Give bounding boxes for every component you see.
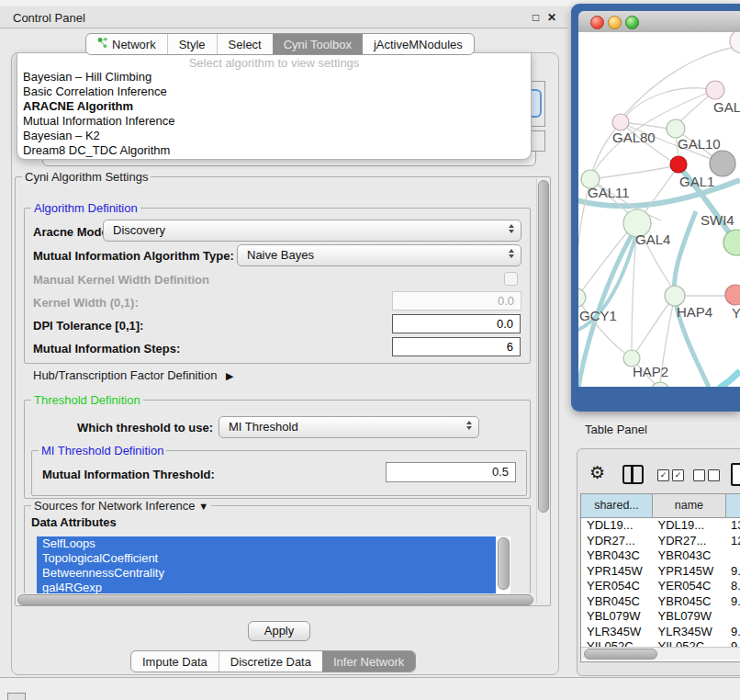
- document-icon[interactable]: [731, 463, 740, 486]
- sources-group-title[interactable]: Sources for Network Inference ▼: [31, 499, 211, 513]
- table-column-header[interactable]: shared...: [581, 494, 653, 517]
- network-node[interactable]: [612, 114, 629, 130]
- table-cell: YBL079W: [581, 609, 653, 625]
- checked-box-icon: ✓: [657, 469, 669, 481]
- columns-icon[interactable]: [622, 465, 644, 484]
- table-row[interactable]: YER054CYER054C8.: [581, 579, 740, 594]
- tab-cyni-toolbox[interactable]: Cyni Toolbox: [273, 34, 363, 54]
- tab-label: Discretize Data: [230, 655, 311, 669]
- table-panel-title: Table Panel: [585, 423, 647, 436]
- unchecked-box-icon: [708, 469, 720, 481]
- table-cell: YDL19...: [581, 518, 653, 534]
- settings-vertical-scrollbar-thumb[interactable]: [538, 180, 549, 513]
- table-row[interactable]: YLR345WYLR345W9.: [581, 625, 740, 640]
- tab-label: Impute Data: [142, 655, 207, 669]
- unchecked-pair-icon[interactable]: [693, 469, 720, 481]
- combo-arrows-icon: [466, 421, 472, 430]
- network-node[interactable]: [730, 32, 740, 53]
- tab-jactivemnodules[interactable]: jActiveMNodules: [363, 34, 474, 54]
- data-attribute-item[interactable]: TopologicalCoefficient: [37, 551, 496, 566]
- table-cell: YBR043C: [581, 548, 653, 564]
- node-label: HAP4: [677, 304, 712, 320]
- table-row[interactable]: YBR045CYBR045C9.: [581, 594, 740, 610]
- control-panel-tabbar: NetworkStyleSelectCyni ToolboxjActiveMNo…: [85, 33, 475, 55]
- tab-label: Network: [112, 38, 156, 51]
- algorithm-popup-item[interactable]: Mutual Information Inference: [17, 114, 531, 129]
- network-node[interactable]: [667, 119, 685, 138]
- manual-kernel-width-label: Manual Kernel Width Definition: [33, 273, 209, 287]
- attributes-list-scrollbar[interactable]: [498, 537, 510, 590]
- network-node[interactable]: [665, 286, 685, 306]
- algorithm-popup: Select algorithm to view settings Bayesi…: [17, 52, 532, 160]
- network-node[interactable]: [723, 230, 740, 255]
- mi-threshold-field[interactable]: 0.5: [386, 462, 516, 482]
- data-attribute-item[interactable]: BetweennessCentrality: [37, 566, 496, 581]
- minimized-panel-icon[interactable]: [7, 693, 26, 700]
- data-attribute-item[interactable]: SelfLoops: [37, 536, 496, 551]
- hub-definition-expander[interactable]: Hub/Transcription Factor Definition ▶: [33, 368, 233, 382]
- network-icon: [97, 37, 108, 51]
- hidden-panel-fragment-2: [530, 130, 545, 152]
- apply-button[interactable]: Apply: [248, 621, 310, 641]
- algorithm-popup-item[interactable]: Dream8 DC_TDC Algorithm: [17, 143, 531, 158]
- which-threshold-combo[interactable]: MI Threshold: [219, 416, 479, 438]
- network-node[interactable]: [706, 81, 724, 99]
- tab-discretize-data[interactable]: Discretize Data: [219, 651, 322, 672]
- kernel-width-field[interactable]: 0.0: [392, 291, 521, 310]
- network-node[interactable]: [578, 288, 586, 307]
- algorithm-popup-item[interactable]: Bayesian – K2: [17, 129, 531, 143]
- algorithm-popup-item[interactable]: Basic Correlation Inference: [17, 85, 531, 99]
- node-label: GAL1: [679, 174, 714, 189]
- close-panel-icon[interactable]: ✕: [547, 11, 556, 24]
- tab-select[interactable]: Select: [217, 34, 273, 54]
- mi-threshold-group-title: MI Threshold Definition: [39, 444, 166, 457]
- table-row[interactable]: YBR043CYBR043C: [581, 548, 740, 564]
- table-cell: 9.: [725, 594, 740, 610]
- tab-network[interactable]: Network: [86, 34, 167, 54]
- tab-style[interactable]: Style: [167, 34, 217, 54]
- table-cell: 8.: [725, 579, 740, 594]
- gear-icon[interactable]: ⚙: [589, 462, 605, 483]
- table-cell: YDL19...: [653, 518, 725, 534]
- table-header-row: shared...nameA: [581, 494, 740, 518]
- data-attributes-list: SelfLoopsTopologicalCoefficientBetweenne…: [37, 536, 510, 593]
- table-cell: YPR145W: [581, 564, 653, 580]
- algorithm-definition-title: Algorithm Definition: [31, 201, 140, 215]
- algorithm-popup-placeholder: Select algorithm to view settings: [17, 53, 531, 70]
- mi-algorithm-type-combo[interactable]: Naive Bayes: [237, 244, 521, 266]
- table-cell: 12: [725, 534, 740, 549]
- table-cell: YDR27...: [653, 534, 725, 549]
- tab-impute-data[interactable]: Impute Data: [131, 651, 219, 672]
- combo-arrows-icon: [509, 224, 514, 233]
- network-node[interactable]: [670, 156, 687, 173]
- network-node[interactable]: [725, 285, 740, 305]
- close-window-button[interactable]: [590, 16, 604, 29]
- checked-pair-icon[interactable]: ✓ ✓: [657, 469, 684, 481]
- algorithm-popup-item[interactable]: Bayesian – Hill Climbing: [17, 70, 531, 85]
- node-attribute-table: shared...nameA YDL19...YDL19...13YDR27..…: [580, 493, 740, 662]
- tab-infer-network[interactable]: Infer Network: [322, 651, 415, 672]
- table-row[interactable]: YDR27...YDR27...12: [581, 534, 740, 549]
- mi-steps-field[interactable]: 6: [392, 337, 521, 356]
- table-scrollbar-thumb[interactable]: [584, 649, 657, 660]
- mi-algorithm-type-label: Mutual Information Algorithm Type:: [33, 249, 234, 263]
- manual-kernel-width-checkbox[interactable]: [504, 272, 518, 286]
- zoom-window-button[interactable]: [625, 16, 639, 29]
- network-canvas[interactable]: GALGAL80GAL10GAL1GAL11SWI4GAL4GCY1HAP4YH…: [578, 32, 740, 387]
- minimize-window-button[interactable]: [608, 16, 622, 29]
- tab-label: Cyni Toolbox: [284, 38, 352, 51]
- table-row[interactable]: YDL19...YDL19...13: [581, 518, 740, 534]
- data-attribute-item[interactable]: gal4RGexp: [37, 581, 496, 593]
- table-column-header[interactable]: name: [653, 494, 726, 517]
- settings-horizontal-scrollbar-thumb[interactable]: [17, 594, 533, 605]
- table-column-header[interactable]: A: [726, 494, 740, 517]
- table-row[interactable]: YPR145WYPR145W9.: [581, 564, 740, 580]
- aracne-mode-combo[interactable]: Discovery: [103, 220, 521, 242]
- dpi-tolerance-field[interactable]: 0.0: [392, 314, 521, 333]
- algorithm-popup-item[interactable]: ARACNE Algorithm: [17, 99, 531, 114]
- network-node[interactable]: [710, 151, 735, 176]
- table-horizontal-scrollbar[interactable]: [581, 647, 740, 660]
- table-row[interactable]: YBL079WYBL079W: [581, 609, 740, 625]
- float-panel-icon[interactable]: □: [533, 11, 539, 24]
- tab-label: Select: [229, 38, 262, 51]
